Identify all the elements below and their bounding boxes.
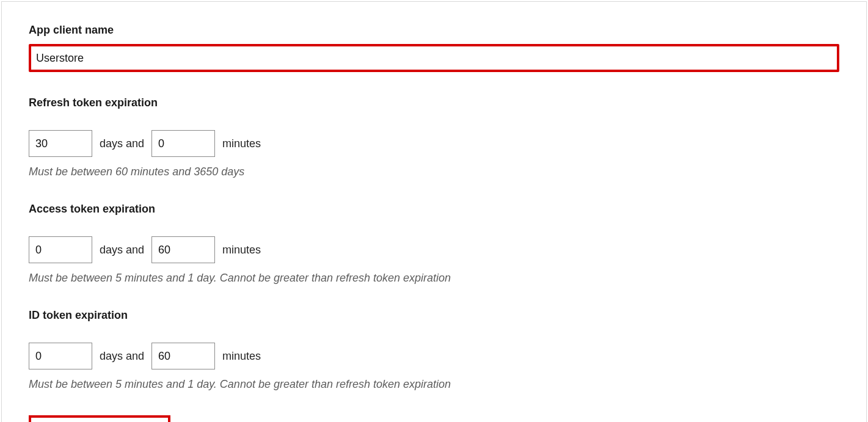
refresh-token-days-input[interactable] <box>29 130 92 157</box>
app-client-name-input[interactable] <box>31 46 837 70</box>
form-panel: App client name Refresh token expiration… <box>1 1 867 422</box>
generate-client-secret-highlight: Generate client secret <box>29 415 170 422</box>
access-token-expiration-label: Access token expiration <box>29 203 839 216</box>
id-token-days-input[interactable] <box>29 343 92 369</box>
id-token-duration-row: days and minutes <box>29 343 839 369</box>
id-token-hint: Must be between 5 minutes and 1 day. Can… <box>29 378 839 391</box>
refresh-token-duration-row: days and minutes <box>29 130 839 157</box>
refresh-token-hint: Must be between 60 minutes and 3650 days <box>29 166 839 178</box>
id-token-minutes-input[interactable] <box>151 343 215 369</box>
access-token-minutes-input[interactable] <box>151 236 215 263</box>
minutes-label: minutes <box>222 350 261 363</box>
app-client-name-label: App client name <box>29 24 839 37</box>
access-token-duration-row: days and minutes <box>29 236 839 263</box>
minutes-label: minutes <box>222 244 261 256</box>
refresh-token-expiration-label: Refresh token expiration <box>29 96 839 109</box>
days-and-label: days and <box>100 244 144 256</box>
app-client-name-highlight <box>29 44 839 72</box>
days-and-label: days and <box>100 350 144 363</box>
refresh-token-minutes-input[interactable] <box>151 130 215 157</box>
minutes-label: minutes <box>222 137 261 150</box>
id-token-expiration-label: ID token expiration <box>29 309 839 322</box>
days-and-label: days and <box>100 137 144 150</box>
access-token-hint: Must be between 5 minutes and 1 day. Can… <box>29 272 839 285</box>
access-token-days-input[interactable] <box>29 236 92 263</box>
